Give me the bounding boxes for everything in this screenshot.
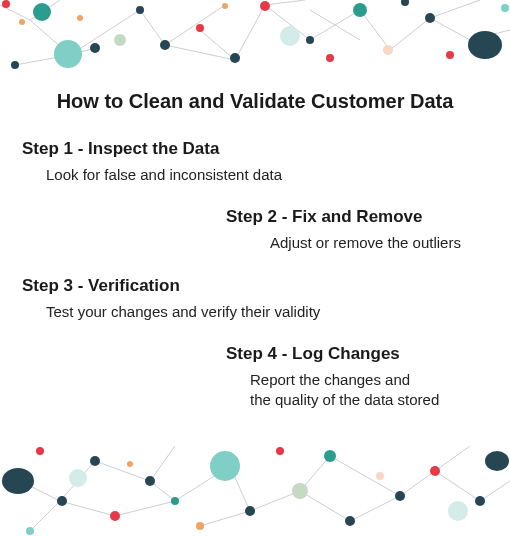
step-2-body: Adjust or remove the outliers [0,233,510,253]
svg-point-80 [395,491,405,501]
svg-point-81 [430,466,440,476]
step-3-heading: Step 3 - Verification [0,276,510,296]
decorative-network-bottom [0,446,510,536]
svg-line-58 [400,471,435,496]
svg-line-59 [435,471,480,501]
page-title: How to Clean and Validate Customer Data [0,90,510,113]
svg-point-68 [90,456,100,466]
svg-point-84 [485,451,509,471]
step-1-heading: Step 1 - Inspect the Data [0,139,510,159]
svg-line-63 [200,511,250,526]
svg-line-56 [350,496,400,521]
svg-point-75 [276,447,284,455]
svg-line-46 [60,501,115,516]
svg-point-64 [2,468,34,494]
svg-point-67 [69,469,87,487]
svg-line-53 [250,491,300,511]
svg-point-86 [127,461,133,467]
svg-point-66 [57,496,67,506]
svg-point-69 [110,511,120,521]
svg-line-61 [480,481,510,501]
svg-line-51 [175,466,230,501]
step-4-body: Report the changes andthe quality of the… [0,370,500,411]
svg-point-72 [196,522,204,530]
step-1: Step 1 - Inspect the Data Look for false… [0,139,510,185]
svg-point-70 [145,476,155,486]
svg-line-54 [300,456,330,491]
step-4-heading: Step 4 - Log Changes [0,344,510,364]
svg-point-74 [245,506,255,516]
step-4: Step 4 - Log Changes Report the changes … [0,344,510,411]
svg-point-83 [475,496,485,506]
svg-line-45 [60,461,95,501]
svg-point-82 [448,501,468,521]
svg-point-73 [210,451,240,481]
svg-line-52 [230,466,250,511]
step-2-heading: Step 2 - Fix and Remove [0,207,510,227]
svg-line-47 [95,461,150,481]
svg-line-50 [150,446,175,481]
svg-line-49 [150,481,175,501]
step-1-body: Look for false and inconsistent data [0,165,510,185]
svg-point-85 [26,527,34,535]
step-3-body: Test your changes and verify their valid… [0,302,510,322]
svg-line-60 [435,446,470,471]
step-3: Step 3 - Verification Test your changes … [0,276,510,322]
svg-point-78 [345,516,355,526]
svg-line-48 [115,501,175,516]
svg-point-65 [36,447,44,455]
svg-point-71 [171,497,179,505]
svg-point-79 [376,472,384,480]
svg-line-57 [330,456,400,496]
step-2: Step 2 - Fix and Remove Adjust or remove… [0,207,510,253]
svg-point-76 [292,483,308,499]
svg-line-55 [300,491,350,521]
svg-line-62 [30,501,60,531]
svg-point-77 [324,450,336,462]
svg-line-44 [10,476,60,501]
